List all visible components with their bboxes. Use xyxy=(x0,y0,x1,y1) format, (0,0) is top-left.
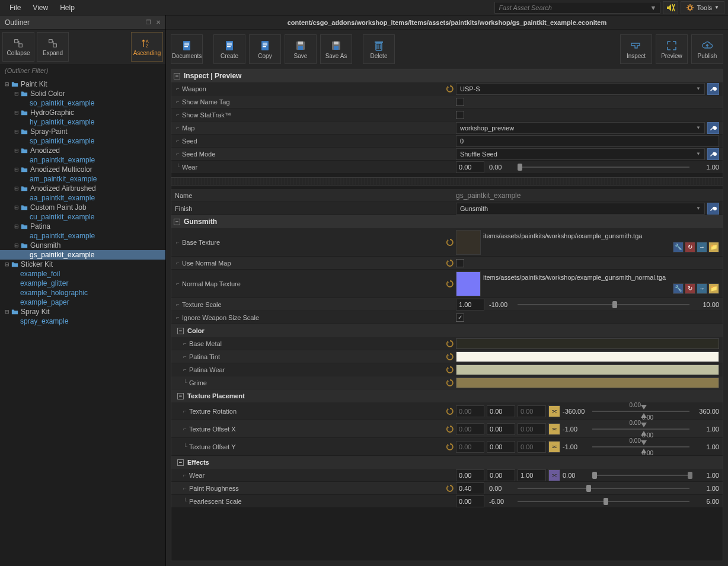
pearl-slider[interactable] xyxy=(518,495,689,507)
base-metal-swatch[interactable] xyxy=(456,338,719,349)
tree-item[interactable]: example_paper xyxy=(0,298,165,307)
wrench-button[interactable] xyxy=(707,122,719,134)
use-normal-checkbox[interactable] xyxy=(456,259,464,267)
tree-item[interactable]: aq_paintkit_example xyxy=(0,231,165,241)
expand-toggle[interactable]: ⊟ xyxy=(4,261,11,267)
rotation-v1[interactable]: 0.00 xyxy=(487,405,515,417)
expand-toggle[interactable]: ⊟ xyxy=(13,242,20,248)
texture-scale-value[interactable]: 1.00 xyxy=(456,299,484,311)
search-input[interactable]: Fast Asset Search▼ xyxy=(494,2,660,14)
offset-y-v0[interactable]: 0.00 xyxy=(456,441,484,453)
documents-button[interactable]: Documents xyxy=(171,34,203,64)
link-button[interactable]: ⫘ xyxy=(548,469,560,481)
tree-item[interactable]: ⊟Anodized Airbrushed xyxy=(0,184,165,193)
tree-item[interactable]: cu_paintkit_example xyxy=(0,212,165,222)
divider[interactable] xyxy=(171,177,723,186)
tree-item[interactable]: ⊟Spray Kit xyxy=(0,307,165,316)
menu-file[interactable]: File xyxy=(4,1,27,14)
refresh-button[interactable] xyxy=(444,338,456,350)
expand-toggle[interactable]: ⊟ xyxy=(4,81,11,87)
tree-item[interactable]: am_paintkit_example xyxy=(0,174,165,184)
expand-toggle[interactable]: ⊟ xyxy=(13,110,20,116)
expand-toggle[interactable]: ⊟ xyxy=(13,223,20,229)
refresh-button[interactable] xyxy=(444,405,456,417)
tree-item[interactable]: an_paintkit_example xyxy=(0,155,165,165)
normal-texture-thumb[interactable] xyxy=(456,271,481,296)
refresh-button[interactable] xyxy=(444,423,456,435)
rotation-v0[interactable]: 0.00 xyxy=(456,405,484,417)
section-inspect-preview[interactable]: −Inspect | Preview xyxy=(171,69,723,82)
save-button[interactable]: Save xyxy=(285,34,317,64)
expand-toggle[interactable]: ⊟ xyxy=(13,129,20,135)
delete-button[interactable]: Delete xyxy=(363,34,395,64)
tools-menu[interactable]: Tools▼ xyxy=(681,1,724,14)
pearl-value[interactable]: 0.00 xyxy=(456,495,484,507)
tree-item[interactable]: ⊟HydroGraphic xyxy=(0,108,165,117)
tree-item[interactable]: ⊟Anodized xyxy=(0,146,165,155)
tree-item[interactable]: hy_paintkit_example xyxy=(0,117,165,127)
wear-value[interactable]: 0.00 xyxy=(456,161,484,173)
refresh-button[interactable] xyxy=(444,278,456,290)
refresh-button[interactable] xyxy=(444,482,456,494)
refresh-button[interactable] xyxy=(444,364,456,376)
tree-item[interactable]: ⊟Paint Kit xyxy=(0,79,165,89)
inspect-button[interactable]: Inspect xyxy=(620,34,652,64)
link-button[interactable]: ⫘ xyxy=(548,441,560,453)
rotation-v2[interactable]: 0.00 xyxy=(518,405,546,417)
show-name-tag-checkbox[interactable] xyxy=(456,98,464,106)
collapse-button[interactable]: Collapse xyxy=(2,32,34,62)
wear-eff-slider[interactable] xyxy=(592,469,689,481)
publish-button[interactable]: Publish xyxy=(691,34,723,64)
offset-x-v0[interactable]: 0.00 xyxy=(456,423,484,435)
outliner-filter[interactable] xyxy=(0,64,165,77)
tree-item[interactable]: ⊟Gunsmith xyxy=(0,241,165,250)
offset-y-slider[interactable]: 0.00 0.00 xyxy=(592,439,689,455)
offset-x-v2[interactable]: 0.00 xyxy=(518,423,546,435)
expand-toggle[interactable]: ⊟ xyxy=(4,309,11,315)
wear-eff-v1[interactable]: 0.00 xyxy=(487,469,515,481)
tree-item[interactable]: so_paintkit_example xyxy=(0,98,165,108)
section-texture-placement[interactable]: −Texture Placement xyxy=(171,389,723,402)
seed-input[interactable]: 0 xyxy=(456,135,719,147)
wear-eff-v0[interactable]: 0.00 xyxy=(456,469,484,481)
tree-item[interactable]: example_foil xyxy=(0,269,165,279)
roughness-value[interactable]: 0.40 xyxy=(456,482,484,494)
tree-item[interactable]: spray_example xyxy=(0,316,165,326)
expand-toggle[interactable]: ⊟ xyxy=(13,204,20,210)
tree-item[interactable]: example_glitter xyxy=(0,279,165,288)
dock-icon[interactable]: ❐ xyxy=(146,19,151,25)
refresh-button[interactable] xyxy=(444,351,456,363)
browse-button[interactable]: 📁 xyxy=(708,242,719,252)
preview-button[interactable]: Preview xyxy=(656,34,688,64)
roughness-slider[interactable] xyxy=(518,482,689,494)
patina-wear-swatch[interactable] xyxy=(456,364,719,375)
tree-item[interactable]: ⊟Anodized Multicolor xyxy=(0,165,165,174)
reload-button[interactable]: ↻ xyxy=(685,242,695,252)
map-select[interactable]: workshop_preview▼ xyxy=(456,122,705,134)
save-as-button[interactable]: Save As xyxy=(320,34,352,64)
tree-item[interactable]: gs_paintkit_example xyxy=(0,250,165,260)
refresh-button[interactable] xyxy=(444,257,456,269)
sound-toggle[interactable] xyxy=(663,1,678,14)
offset-x-slider[interactable]: 0.00 0.00 xyxy=(592,421,689,437)
wrench-button[interactable] xyxy=(707,148,719,160)
base-texture-thumb[interactable] xyxy=(456,230,481,255)
offset-y-v2[interactable]: 0.00 xyxy=(518,441,546,453)
close-icon[interactable]: ✕ xyxy=(156,19,161,25)
texture-scale-slider[interactable] xyxy=(518,299,689,311)
menu-view[interactable]: View xyxy=(27,1,54,14)
link-button[interactable]: ⫘ xyxy=(548,405,560,417)
seed-mode-select[interactable]: Shuffle Seed▼ xyxy=(456,148,705,160)
tree-item[interactable]: ⊟Sticker Kit xyxy=(0,260,165,269)
patina-tint-swatch[interactable] xyxy=(456,351,719,362)
browse-button[interactable]: 📁 xyxy=(708,283,719,294)
copy-button[interactable]: Copy xyxy=(249,34,281,64)
offset-x-v1[interactable]: 0.00 xyxy=(487,423,515,435)
expand-toggle[interactable]: ⊟ xyxy=(13,91,20,97)
ascending-button[interactable]: Ascending xyxy=(131,32,163,62)
grime-swatch[interactable] xyxy=(456,378,719,388)
section-color[interactable]: −Color xyxy=(171,324,723,337)
open-button[interactable]: → xyxy=(697,283,707,294)
wear-eff-v2[interactable]: 1.00 xyxy=(518,469,546,481)
create-button[interactable]: Create xyxy=(213,34,245,64)
